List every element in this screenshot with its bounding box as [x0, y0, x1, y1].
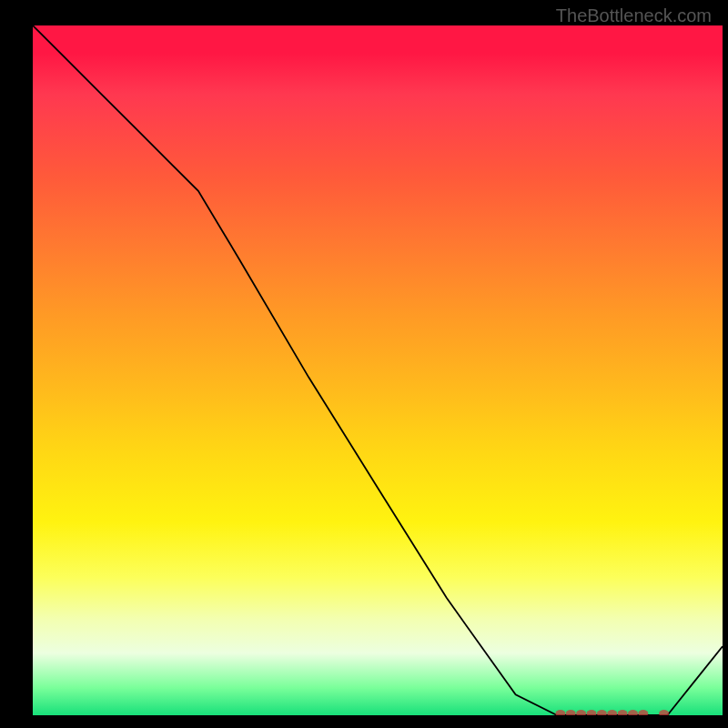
svg-point-6 — [618, 710, 628, 715]
curve-path — [33, 25, 723, 715]
svg-point-4 — [597, 710, 607, 715]
chart-container: TheBottleneck.com — [0, 0, 728, 728]
plot-area — [33, 25, 723, 715]
svg-point-0 — [555, 710, 565, 715]
svg-point-1 — [566, 710, 576, 715]
line-svg — [33, 25, 723, 715]
svg-point-3 — [587, 710, 597, 715]
watermark-text: TheBottleneck.com — [556, 5, 712, 26]
svg-point-8 — [638, 710, 648, 715]
svg-point-2 — [576, 710, 586, 715]
svg-point-9 — [659, 710, 669, 715]
svg-point-5 — [607, 710, 617, 715]
svg-point-7 — [628, 710, 638, 715]
